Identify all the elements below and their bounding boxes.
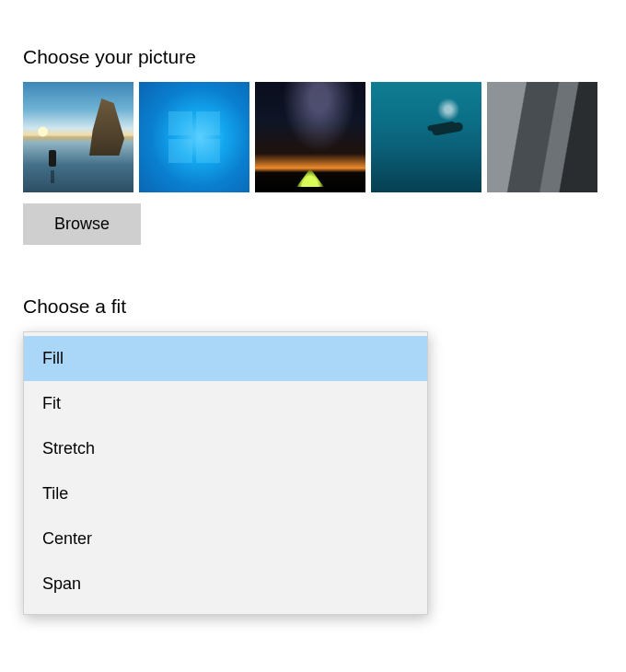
picture-thumbnail[interactable] — [371, 82, 481, 192]
picture-thumbnail[interactable] — [23, 82, 133, 192]
choose-fit-section: Choose a fit Fill Fit Stretch Tile Cente… — [23, 295, 603, 615]
choose-fit-heading: Choose a fit — [23, 295, 603, 318]
fit-dropdown-panel: Fill Fit Stretch Tile Center Span — [23, 331, 428, 615]
picture-thumbnail[interactable] — [487, 82, 597, 192]
choose-picture-heading: Choose your picture — [23, 46, 603, 68]
fit-option-center[interactable]: Center — [24, 516, 427, 562]
fit-option-fit[interactable]: Fit — [24, 381, 427, 426]
picture-thumbnail[interactable] — [139, 82, 249, 192]
picture-thumbnail-row — [23, 82, 603, 192]
fit-option-stretch[interactable]: Stretch — [24, 426, 427, 471]
fit-option-fill[interactable]: Fill — [24, 336, 427, 381]
choose-picture-section: Choose your picture Browse — [23, 46, 603, 245]
picture-thumbnail[interactable] — [255, 82, 365, 192]
fit-option-span[interactable]: Span — [24, 562, 427, 607]
fit-option-tile[interactable]: Tile — [24, 471, 427, 516]
browse-button[interactable]: Browse — [23, 203, 141, 245]
